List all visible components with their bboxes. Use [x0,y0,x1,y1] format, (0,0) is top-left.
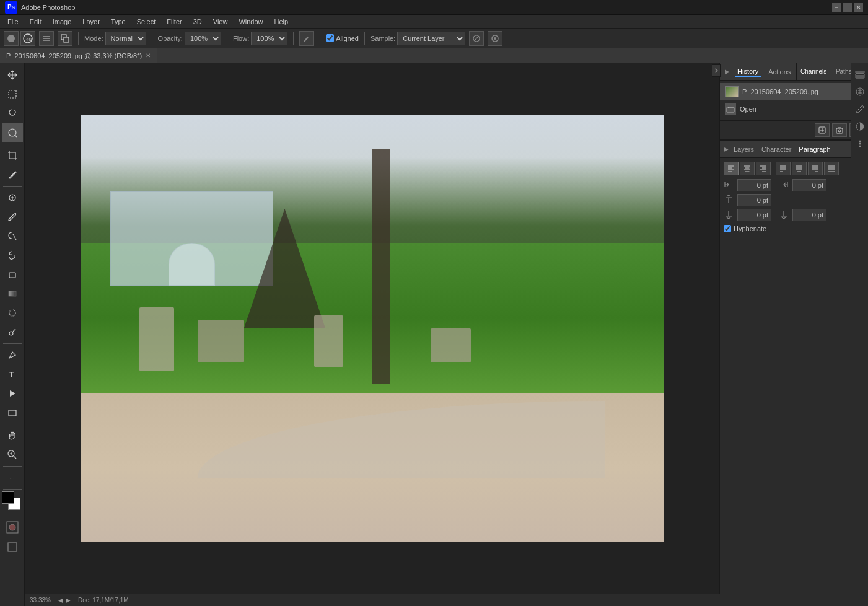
justify-left-btn[interactable] [776,162,791,175]
move-tool[interactable] [2,66,23,84]
zoom-level: 33.33% [30,597,51,604]
blur-tool[interactable] [2,304,23,322]
panel-action-create[interactable] [815,123,830,137]
space-before-input[interactable]: 0 pt [737,194,771,206]
canvas-background [25,63,719,594]
brush-size-btn[interactable]: 40 [20,31,35,46]
history-brush-tool[interactable] [2,246,23,265]
history-item-open[interactable]: Open [720,100,868,118]
document-tab[interactable]: P_20150604_205209.jpg @ 33,3% (RGB/8*) ✕ [0,48,157,63]
bottom-panels-section: ▶ Layers Character Paragraph ☰ [720,121,868,606]
aligned-checkbox[interactable] [326,34,334,42]
tool-separator-4 [3,424,22,424]
eyedropper-tool[interactable] [2,165,23,184]
maximize-button[interactable]: □ [843,3,852,12]
airbrush-btn[interactable] [299,31,314,46]
indent-left-input[interactable]: 0 pt [737,179,771,191]
layers-tab[interactable]: Layers [731,144,756,154]
opacity-select[interactable]: 100% [185,32,221,45]
prev-arrow[interactable]: ◀ [58,597,63,604]
flow-select[interactable]: 100% [251,32,287,45]
separator [78,32,79,45]
lasso-tool[interactable] [2,104,23,123]
history-panel-expand[interactable]: ▶ [725,68,730,75]
next-arrow[interactable]: ▶ [66,597,71,604]
panel-action-camera[interactable] [832,123,847,137]
space-after-right-input[interactable] [792,209,826,221]
sample-select[interactable]: Current Layer [397,32,465,45]
brush-options-btn[interactable] [39,31,54,46]
opacity-label: Opacity: [158,35,183,42]
menu-window[interactable]: Window [234,17,268,27]
opacity-group: Opacity: 100% [158,32,221,45]
indent-right-icon [779,180,790,191]
paths-tab[interactable]: Paths [836,68,852,75]
title-bar-controls[interactable]: − □ ✕ [832,3,863,12]
menu-select[interactable]: Select [132,17,161,27]
right-icon-colors-btn[interactable] [853,119,867,134]
color-picker[interactable] [2,491,23,512]
gradient-tool[interactable] [2,284,23,303]
zoom-tool[interactable] [2,446,23,464]
paragraph-tab[interactable]: Paragraph [796,144,833,154]
path-select-tool[interactable] [2,384,23,403]
tab-close-btn[interactable]: ✕ [146,52,151,59]
hyphenate-checkbox[interactable] [724,225,731,232]
pen-tool[interactable] [2,346,23,364]
heal-tool[interactable] [2,188,23,207]
menu-view[interactable]: View [208,17,233,27]
align-center-btn[interactable] [740,162,755,175]
space-after-input[interactable]: 0 pt [737,209,771,221]
justify-right-btn[interactable] [808,162,823,175]
menu-type[interactable]: Type [106,17,131,27]
quick-select-tool[interactable] [2,123,23,142]
extra-tools-btn[interactable]: ··· [2,468,23,487]
align-right-btn[interactable] [756,162,771,175]
canvas-image[interactable] [81,115,664,542]
menu-layer[interactable]: Layer [77,17,105,27]
dodge-tool[interactable] [2,323,23,341]
svg-line-6 [475,37,478,40]
right-icon-adjustments-btn[interactable] [853,84,867,99]
right-icon-brush-btn[interactable] [853,102,867,116]
menu-edit[interactable]: Edit [25,17,46,27]
quick-mask-btn[interactable] [2,518,23,537]
tool-preset-btn[interactable] [4,31,19,46]
layers-panel-expand[interactable]: ▶ [724,146,729,152]
brush-tool[interactable] [2,208,23,226]
hyphenate-row: Hyphenate [724,225,864,232]
svg-rect-17 [9,410,16,416]
history-item-file[interactable]: P_20150604_205209.jpg [720,83,868,100]
menu-image[interactable]: Image [48,17,77,27]
menu-file[interactable]: File [2,17,24,27]
marquee-tool[interactable] [2,85,23,103]
right-icon-extra-btn[interactable] [853,136,867,151]
right-icon-layers-btn[interactable] [853,67,867,82]
foreground-color[interactable] [2,491,14,504]
history-tab[interactable]: History [735,66,761,77]
menu-help[interactable]: Help [270,17,294,27]
shape-tool[interactable] [2,403,23,422]
actions-tab[interactable]: Actions [766,67,793,77]
menu-filter[interactable]: Filter [162,17,186,27]
sample-ring-btn[interactable] [488,31,502,46]
screen-mode-btn[interactable] [2,538,23,556]
channels-tab[interactable]: Channels [800,68,826,75]
minimize-button[interactable]: − [832,3,841,12]
text-tool[interactable]: T [2,365,23,384]
eraser-tool[interactable] [2,265,23,284]
align-left-btn[interactable] [724,162,739,175]
ignore-adjustments-btn[interactable] [469,31,484,46]
clone-options-btn[interactable] [58,31,72,46]
mode-select[interactable]: Normal [105,32,146,45]
justify-center-btn[interactable] [792,162,807,175]
menu-3d[interactable]: 3D [188,17,207,27]
close-button[interactable]: ✕ [854,3,863,12]
hand-tool[interactable] [2,426,23,445]
panels-expand-btn[interactable] [712,64,721,77]
justify-all-btn[interactable] [824,162,839,175]
clone-stamp-tool[interactable] [2,227,23,245]
character-tab[interactable]: Character [759,144,794,154]
crop-tool[interactable] [2,146,23,165]
indent-right-input[interactable]: 0 pt [792,179,826,191]
